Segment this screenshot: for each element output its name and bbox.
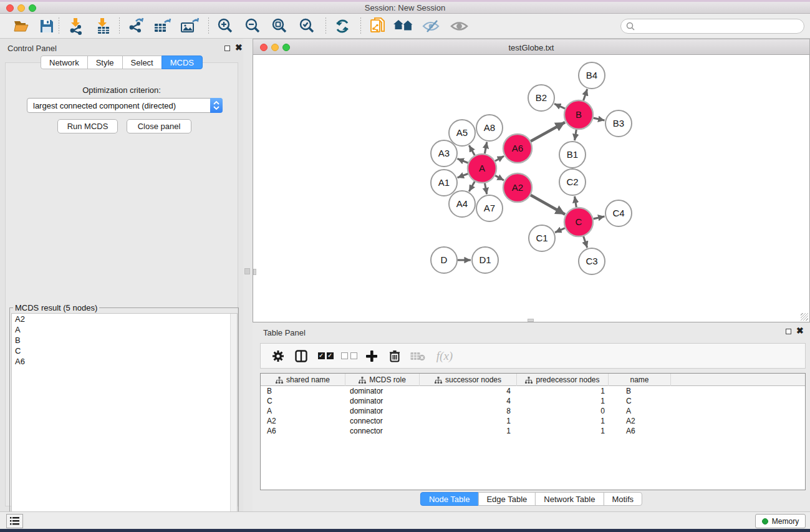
tab-network-table[interactable]: Network Table xyxy=(535,492,604,506)
edge-C-C3[interactable] xyxy=(584,236,587,248)
tab-select[interactable]: Select xyxy=(122,56,162,69)
float-table-panel-icon[interactable] xyxy=(786,329,791,334)
hide-selected-icon[interactable] xyxy=(420,16,441,36)
table-cell[interactable]: B xyxy=(261,386,345,396)
run-mcds-button[interactable]: Run MCDS xyxy=(57,119,118,133)
panel-divider[interactable] xyxy=(243,39,253,511)
import-network-icon[interactable] xyxy=(66,16,87,36)
table-row[interactable]: Cdominator41C xyxy=(261,396,805,406)
edge-B-B3[interactable] xyxy=(593,118,604,120)
network-view[interactable]: B4B2BB3A8A5A6A3B1AC2A1A2A4A7C4CC1DD1C3 xyxy=(253,55,810,322)
mcds-result-item[interactable]: B xyxy=(12,335,237,346)
network-vscroll-thumb[interactable] xyxy=(253,269,256,275)
table-cell[interactable]: 4 xyxy=(420,396,517,406)
import-table-icon[interactable] xyxy=(93,16,114,36)
table-cell[interactable]: A2 xyxy=(261,416,345,426)
table-cell[interactable]: C xyxy=(609,396,671,406)
node-C1[interactable]: C1 xyxy=(529,225,555,251)
delete-column-icon[interactable] xyxy=(383,344,406,368)
export-image-icon[interactable] xyxy=(179,16,200,36)
table-settings-icon[interactable] xyxy=(267,344,289,368)
node-C4[interactable]: C4 xyxy=(605,200,632,226)
table-cell[interactable]: 1 xyxy=(517,426,609,436)
node-A8[interactable]: A8 xyxy=(476,115,503,141)
edge-A2-C[interactable] xyxy=(531,195,565,215)
search-input[interactable] xyxy=(638,22,804,31)
tab-mcds[interactable]: MCDS xyxy=(162,56,203,69)
edge-C-C2[interactable] xyxy=(575,196,577,208)
table-cell[interactable]: 1 xyxy=(420,416,517,426)
dropdown-stepper-icon[interactable] xyxy=(210,98,223,113)
zoom-fit-icon[interactable] xyxy=(269,16,290,36)
network-hscroll-thumb[interactable] xyxy=(528,319,534,322)
node-C2[interactable]: C2 xyxy=(559,169,586,195)
node-A4[interactable]: A4 xyxy=(449,191,475,217)
node-A3[interactable]: A3 xyxy=(431,140,457,167)
table-cell[interactable]: A2 xyxy=(609,416,671,426)
table-cell[interactable]: dominator xyxy=(345,396,420,406)
node-B3[interactable]: B3 xyxy=(605,110,632,137)
table-cell[interactable]: A6 xyxy=(609,426,671,436)
memory-button[interactable]: Memory xyxy=(755,514,806,528)
node-D[interactable]: D xyxy=(431,247,457,273)
edge-A-A1[interactable] xyxy=(458,173,468,177)
tab-motifs[interactable]: Motifs xyxy=(603,492,642,506)
table-cell[interactable]: C xyxy=(261,396,345,406)
optimization-dropdown[interactable]: largest connected component (directed) xyxy=(27,98,223,113)
node-D1[interactable]: D1 xyxy=(472,247,498,273)
deselect-all-checkboxes-icon[interactable] xyxy=(338,344,360,368)
home-icon[interactable] xyxy=(393,16,414,36)
network-resize-grip[interactable] xyxy=(801,313,808,321)
table-cell[interactable]: B xyxy=(609,386,671,396)
table-cell[interactable]: 0 xyxy=(517,406,609,416)
mcds-result-list[interactable]: A2ABCA6 xyxy=(11,313,238,521)
apply-layout-icon[interactable] xyxy=(332,16,353,36)
search-field[interactable] xyxy=(620,19,804,34)
export-table-icon[interactable] xyxy=(152,16,173,36)
zoom-selected-icon[interactable] xyxy=(296,16,317,36)
node-B2[interactable]: B2 xyxy=(528,85,554,111)
column-header-MCDS-role[interactable]: MCDS role xyxy=(345,374,420,386)
edge-A-A8[interactable] xyxy=(485,142,486,154)
column-header-predecessor-nodes[interactable]: predecessor nodes xyxy=(517,374,609,386)
tab-edge-table[interactable]: Edge Table xyxy=(478,492,536,506)
close-panel-icon[interactable]: ✖ xyxy=(235,42,243,52)
export-network-icon[interactable] xyxy=(125,16,147,36)
divider-grip[interactable] xyxy=(244,268,250,274)
node-table[interactable]: shared nameMCDS rolesuccessor nodesprede… xyxy=(260,373,806,490)
tab-network[interactable]: Network xyxy=(41,56,88,69)
table-cell[interactable]: connector xyxy=(345,426,420,436)
node-C[interactable]: C xyxy=(564,208,593,236)
table-cell[interactable]: 1 xyxy=(517,396,609,406)
edge-A-A7[interactable] xyxy=(485,183,486,195)
float-panel-icon[interactable] xyxy=(224,46,230,51)
table-cell[interactable]: A xyxy=(609,406,671,416)
node-A[interactable]: A xyxy=(468,154,496,183)
mcds-result-item[interactable]: A xyxy=(12,324,237,335)
table-cell[interactable]: 1 xyxy=(517,386,609,396)
node-A6[interactable]: A6 xyxy=(503,134,532,163)
edge-C-C4[interactable] xyxy=(593,216,604,219)
mcds-result-item[interactable]: C xyxy=(12,346,237,356)
table-cell[interactable]: 1 xyxy=(517,416,609,426)
table-row[interactable]: A6connector11A6 xyxy=(261,426,805,436)
table-row[interactable]: Bdominator41B xyxy=(261,386,805,396)
save-session-icon[interactable] xyxy=(36,16,57,36)
table-row[interactable]: A2connector11A2 xyxy=(261,416,805,426)
edge-A-A6[interactable] xyxy=(495,156,504,161)
edge-B-B4[interactable] xyxy=(584,89,587,100)
node-C3[interactable]: C3 xyxy=(579,248,605,274)
mcds-result-item[interactable]: A6 xyxy=(12,356,237,367)
mcds-list-scrollbar[interactable] xyxy=(230,314,237,521)
select-all-checkboxes-icon[interactable]: ✓✓ xyxy=(314,344,337,368)
node-A5[interactable]: A5 xyxy=(449,120,475,146)
network-graph[interactable]: B4B2BB3A8A5A6A3B1AC2A1A2A4A7C4CC1DD1C3 xyxy=(253,55,810,322)
column-header-shared-name[interactable]: shared name xyxy=(261,374,345,386)
node-B4[interactable]: B4 xyxy=(579,62,605,89)
node-A2[interactable]: A2 xyxy=(503,173,532,202)
add-column-icon[interactable] xyxy=(360,344,383,368)
column-header-name[interactable]: name xyxy=(609,374,671,386)
edge-C-C1[interactable] xyxy=(555,228,565,233)
edge-A-A5[interactable] xyxy=(469,145,475,155)
edge-B-B2[interactable] xyxy=(554,104,565,109)
